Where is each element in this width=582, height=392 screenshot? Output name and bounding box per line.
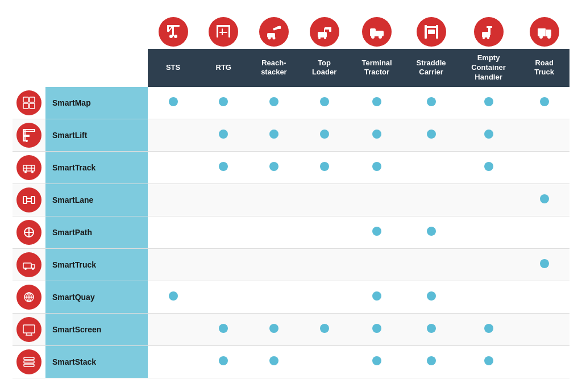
table-row: SmartQuay (13, 281, 569, 313)
dot-indicator (219, 130, 228, 139)
svg-point-17 (318, 37, 321, 39)
svg-rect-6 (217, 25, 218, 37)
table-row: SmartTruck (13, 248, 569, 281)
svg-rect-20 (329, 27, 331, 32)
cell-5-3 (299, 248, 350, 281)
cell-6-7 (519, 281, 569, 313)
svg-rect-39 (546, 30, 546, 36)
col-header-toploader: TopLoader (299, 49, 350, 87)
dot-indicator (320, 162, 329, 171)
dot-indicator (427, 291, 436, 301)
row-icon-6 (13, 281, 45, 313)
svg-rect-34 (487, 26, 492, 28)
row-label-3: SmartLane (45, 184, 148, 216)
cell-0-7 (519, 87, 569, 119)
dot-indicator (427, 97, 436, 106)
svg-point-47 (26, 140, 28, 142)
row-label-0: SmartMap (45, 87, 148, 119)
dot-indicator (427, 324, 436, 333)
svg-rect-16 (318, 32, 327, 37)
svg-point-24 (371, 35, 375, 39)
compatibility-table: STSRTGReach-stackerTopLoaderTerminalTrac… (13, 14, 569, 378)
cell-8-1 (198, 345, 249, 378)
dot-indicator (269, 324, 278, 333)
cell-3-3 (299, 184, 350, 216)
cell-7-6 (458, 313, 519, 345)
svg-point-12 (268, 37, 271, 40)
row-icon-0 (13, 87, 45, 119)
cell-6-3 (299, 281, 350, 313)
table-row: SmartMap (13, 87, 569, 119)
row-icon-5 (13, 248, 45, 281)
svg-rect-8 (217, 25, 230, 27)
cell-8-6 (458, 345, 519, 378)
dot-indicator (269, 97, 278, 106)
row-icon-1 (13, 119, 45, 151)
cell-3-0 (148, 184, 198, 216)
row-icon-7 (13, 313, 45, 345)
cell-5-6 (458, 248, 519, 281)
svg-point-5 (174, 35, 177, 38)
cell-2-3 (299, 151, 350, 184)
cell-3-4 (350, 184, 404, 216)
dot-indicator (427, 130, 436, 139)
cell-0-6 (458, 87, 519, 119)
dot-indicator (372, 324, 381, 333)
svg-rect-73 (24, 361, 34, 363)
cell-6-6 (458, 281, 519, 313)
dot-indicator (372, 130, 381, 139)
col-icon-roadtruck (519, 14, 569, 49)
row-label-8: SmartStack (45, 345, 148, 378)
svg-rect-1 (167, 25, 180, 27)
dot-indicator (484, 356, 493, 365)
dot-indicator (484, 97, 493, 106)
dot-indicator (219, 324, 228, 333)
cell-0-0 (148, 87, 198, 119)
svg-rect-46 (23, 135, 29, 136)
cell-3-5 (404, 184, 458, 216)
svg-point-52 (24, 171, 27, 173)
svg-rect-61 (23, 263, 31, 268)
table-row: SmartPath (13, 216, 569, 248)
col-header-reachstacker: Reach-stacker (249, 49, 300, 87)
row-label-4: SmartPath (45, 216, 148, 248)
cell-2-1 (198, 151, 249, 184)
dot-indicator (219, 356, 228, 365)
cell-6-0 (148, 281, 198, 313)
cell-5-5 (404, 248, 458, 281)
cell-6-5 (404, 281, 458, 313)
row-label-5: SmartTruck (45, 248, 148, 281)
col-icon-rtg (198, 14, 249, 49)
svg-rect-28 (425, 26, 438, 28)
cell-1-5 (404, 119, 458, 151)
cell-8-7 (519, 345, 569, 378)
cell-6-4 (350, 281, 404, 313)
row-icon-2 (13, 151, 45, 184)
dot-indicator (372, 356, 381, 365)
col-header-straddlecarrier: StraddleCarrier (404, 49, 458, 87)
dot-indicator (320, 130, 329, 139)
cell-8-4 (350, 345, 404, 378)
svg-rect-15 (277, 26, 281, 29)
svg-rect-40 (23, 97, 28, 102)
cell-5-1 (198, 248, 249, 281)
svg-rect-68 (23, 325, 35, 333)
dot-indicator (219, 162, 228, 171)
dot-indicator (269, 356, 278, 365)
cell-2-6 (458, 151, 519, 184)
cell-4-1 (198, 216, 249, 248)
table-row: SmartLane (13, 184, 569, 216)
dot-indicator (484, 324, 493, 333)
cell-4-6 (458, 216, 519, 248)
cell-6-1 (198, 281, 249, 313)
row-icon-3 (13, 184, 45, 216)
cell-8-5 (404, 345, 458, 378)
cell-4-7 (519, 216, 569, 248)
cell-1-1 (198, 119, 249, 151)
cell-1-2 (249, 119, 300, 151)
svg-rect-42 (23, 103, 28, 109)
cell-7-4 (350, 313, 404, 345)
dot-indicator (320, 324, 329, 333)
svg-rect-72 (24, 357, 34, 360)
dot-indicator (372, 97, 381, 106)
